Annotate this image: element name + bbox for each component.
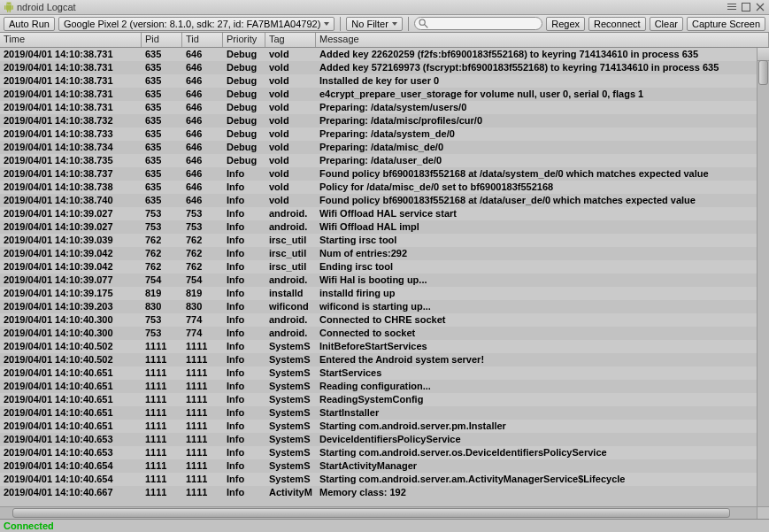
- cell: 1111: [142, 393, 182, 406]
- table-row[interactable]: 2019/04/01 14:10:39.175819819Infoinstall…: [0, 287, 757, 300]
- table-body: 2019/04/01 14:10:38.731635646DebugvoldAd…: [0, 48, 757, 506]
- cell: 830: [182, 300, 223, 313]
- reconnect-button[interactable]: Reconnect: [588, 17, 646, 31]
- table-row[interactable]: 2019/04/01 14:10:39.042762762Infoirsc_ut…: [0, 247, 757, 260]
- clear-button[interactable]: Clear: [650, 17, 683, 31]
- col-tid[interactable]: Tid: [182, 33, 223, 47]
- cell: Found policy bf6900183f552168 at /data/s…: [316, 167, 757, 181]
- cell: Info: [223, 473, 265, 486]
- search-input[interactable]: [428, 19, 538, 29]
- cell: Info: [223, 287, 265, 300]
- cell: 830: [142, 300, 182, 313]
- table-row[interactable]: 2019/04/01 14:10:38.734635646DebugvoldPr…: [0, 141, 757, 154]
- auto-run-button[interactable]: Auto Run: [4, 17, 55, 31]
- table-row[interactable]: 2019/04/01 14:10:38.733635646DebugvoldPr…: [0, 127, 757, 141]
- scroll-corner: [757, 506, 769, 519]
- table-row[interactable]: 2019/04/01 14:10:39.027753753Infoandroid…: [0, 220, 757, 234]
- filter-dropdown[interactable]: No Filter: [346, 17, 403, 31]
- cell: 762: [142, 247, 182, 260]
- table-row[interactable]: 2019/04/01 14:10:40.65311111111InfoSyste…: [0, 433, 757, 446]
- scroll-thumb[interactable]: [758, 60, 768, 85]
- cell: SystemS: [265, 473, 316, 486]
- cell: e4crypt_prepare_user_storage for volume …: [316, 88, 757, 101]
- table-row[interactable]: 2019/04/01 14:10:40.300753774Infoandroid…: [0, 327, 757, 340]
- cell: StartServices: [316, 366, 757, 380]
- cell: Info: [223, 220, 265, 234]
- cell: 1111: [142, 380, 182, 393]
- cell: 1111: [142, 446, 182, 459]
- cell: 2019/04/01 14:10:40.300: [0, 327, 142, 340]
- table-row[interactable]: 2019/04/01 14:10:40.65111111111InfoSyste…: [0, 380, 757, 393]
- scroll-thumb[interactable]: [12, 508, 730, 518]
- table-row[interactable]: 2019/04/01 14:10:40.65411111111InfoSyste…: [0, 473, 757, 486]
- cell: 646: [182, 114, 223, 127]
- table-row[interactable]: 2019/04/01 14:10:39.077754754Infoandroid…: [0, 274, 757, 287]
- cell: 753: [142, 220, 182, 234]
- table-row[interactable]: 2019/04/01 14:10:39.203830830Infowificon…: [0, 300, 757, 313]
- cell: 635: [142, 61, 182, 74]
- cell: 635: [142, 167, 182, 181]
- cell: 753: [142, 327, 182, 340]
- cell: Info: [223, 274, 265, 287]
- table-row[interactable]: 2019/04/01 14:10:39.027753753Infoandroid…: [0, 207, 757, 220]
- maximize-icon[interactable]: [741, 2, 751, 12]
- table-row[interactable]: 2019/04/01 14:10:40.65111111111InfoSyste…: [0, 393, 757, 406]
- col-pid[interactable]: Pid: [142, 33, 182, 47]
- table-row[interactable]: 2019/04/01 14:10:40.66711111111InfoActiv…: [0, 486, 757, 499]
- cell: 762: [142, 234, 182, 247]
- cell: vold: [265, 114, 316, 127]
- table-row[interactable]: 2019/04/01 14:10:40.65411111111InfoSyste…: [0, 459, 757, 473]
- table-row[interactable]: 2019/04/01 14:10:38.731635646DebugvoldAd…: [0, 48, 757, 61]
- search-input-wrap[interactable]: [414, 17, 542, 30]
- cell: 646: [182, 48, 223, 61]
- cell: 1111: [142, 420, 182, 433]
- cell: 1111: [142, 473, 182, 486]
- horizontal-scrollbar[interactable]: [0, 506, 757, 519]
- table-row[interactable]: 2019/04/01 14:10:38.732635646DebugvoldPr…: [0, 114, 757, 127]
- cell: 2019/04/01 14:10:39.039: [0, 234, 142, 247]
- cell: InitBeforeStartServices: [316, 340, 757, 353]
- table-row[interactable]: 2019/04/01 14:10:40.65111111111InfoSyste…: [0, 406, 757, 420]
- cell: 2019/04/01 14:10:40.502: [0, 340, 142, 353]
- cell: Info: [223, 486, 265, 499]
- cell: Debug: [223, 101, 265, 114]
- cell: 2019/04/01 14:10:40.502: [0, 353, 142, 366]
- cell: Wifi Hal is booting up...: [316, 274, 757, 287]
- table-row[interactable]: 2019/04/01 14:10:40.65111111111InfoSyste…: [0, 366, 757, 380]
- col-time[interactable]: Time: [0, 33, 142, 47]
- svg-rect-2: [727, 9, 736, 10]
- table-row[interactable]: 2019/04/01 14:10:40.65111111111InfoSyste…: [0, 420, 757, 433]
- cell: 2019/04/01 14:10:38.740: [0, 194, 142, 207]
- cell: 1111: [182, 353, 223, 366]
- cell: vold: [265, 127, 316, 141]
- col-message[interactable]: Message: [316, 33, 769, 47]
- table-row[interactable]: 2019/04/01 14:10:40.50211111111InfoSyste…: [0, 353, 757, 366]
- table-row[interactable]: 2019/04/01 14:10:38.731635646DebugvoldIn…: [0, 74, 757, 88]
- table-row[interactable]: 2019/04/01 14:10:38.731635646DebugvoldPr…: [0, 101, 757, 114]
- capture-screen-button[interactable]: Capture Screen: [687, 17, 765, 31]
- cell: Info: [223, 327, 265, 340]
- table-row[interactable]: 2019/04/01 14:10:38.735635646DebugvoldPr…: [0, 154, 757, 167]
- vertical-scrollbar[interactable]: [757, 48, 769, 506]
- col-priority[interactable]: Priority: [223, 33, 265, 47]
- table-row[interactable]: 2019/04/01 14:10:39.039762762Infoirsc_ut…: [0, 234, 757, 247]
- table-row[interactable]: 2019/04/01 14:10:40.50211111111InfoSyste…: [0, 340, 757, 353]
- cell: SystemS: [265, 446, 316, 459]
- table-row[interactable]: 2019/04/01 14:10:40.65311111111InfoSyste…: [0, 446, 757, 459]
- table-row[interactable]: 2019/04/01 14:10:38.731635646Debugvolde4…: [0, 88, 757, 101]
- table-row[interactable]: 2019/04/01 14:10:38.740635646InfovoldFou…: [0, 194, 757, 207]
- regex-button[interactable]: Regex: [546, 17, 585, 31]
- table-row[interactable]: 2019/04/01 14:10:38.738635646InfovoldPol…: [0, 181, 757, 194]
- close-icon[interactable]: [755, 2, 765, 12]
- cell: 2019/04/01 14:10:39.027: [0, 220, 142, 234]
- cell: Info: [223, 380, 265, 393]
- table-row[interactable]: 2019/04/01 14:10:38.737635646InfovoldFou…: [0, 167, 757, 181]
- table-row[interactable]: 2019/04/01 14:10:40.300753774Infoandroid…: [0, 313, 757, 327]
- cell: ActivityM: [265, 486, 316, 499]
- cell: Debug: [223, 74, 265, 88]
- window-menu-icon[interactable]: [727, 2, 737, 12]
- table-row[interactable]: 2019/04/01 14:10:38.731635646DebugvoldAd…: [0, 61, 757, 74]
- col-tag[interactable]: Tag: [265, 33, 316, 47]
- device-dropdown[interactable]: Google Pixel 2 (version: 8.1.0, sdk: 27,…: [58, 17, 335, 31]
- table-row[interactable]: 2019/04/01 14:10:39.042762762Infoirsc_ut…: [0, 260, 757, 274]
